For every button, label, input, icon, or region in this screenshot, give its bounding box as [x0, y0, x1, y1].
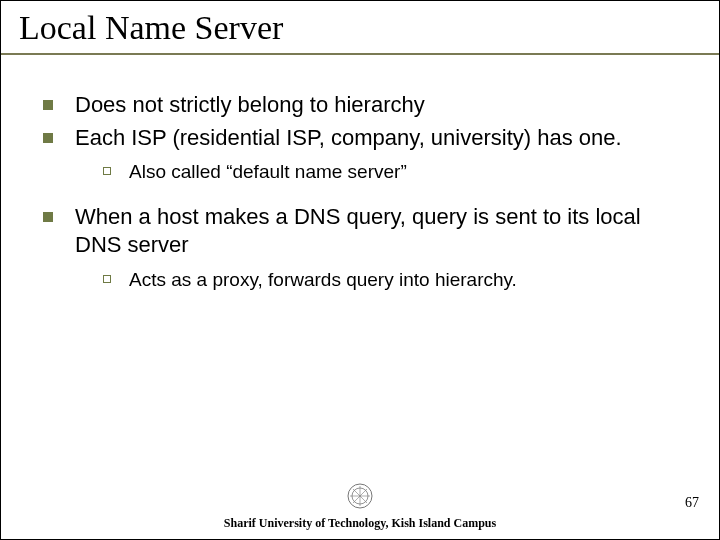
sub-bullet-text: Also called “default name server”: [129, 160, 407, 185]
bullet-text: Does not strictly belong to hierarchy: [75, 91, 425, 120]
bullet-item: Each ISP (residential ISP, company, univ…: [43, 124, 691, 153]
bullet-text: When a host makes a DNS query, query is …: [75, 203, 691, 260]
sub-bullet-text: Acts as a proxy, forwards query into hie…: [129, 268, 517, 293]
hollow-square-bullet-icon: [103, 275, 111, 283]
hollow-square-bullet-icon: [103, 167, 111, 175]
slide-footer: Sharif University of Technology, Kish Is…: [1, 482, 719, 531]
sub-bullet-item: Also called “default name server”: [103, 160, 691, 185]
slide-body: Does not strictly belong to hierarchy Ea…: [1, 55, 719, 293]
sub-bullet-list: Acts as a proxy, forwards query into hie…: [103, 268, 691, 293]
sub-bullet-list: Also called “default name server”: [103, 160, 691, 185]
bullet-text: Each ISP (residential ISP, company, univ…: [75, 124, 622, 153]
bullet-item: Does not strictly belong to hierarchy: [43, 91, 691, 120]
page-number: 67: [685, 495, 699, 511]
university-logo-icon: [346, 482, 374, 514]
square-bullet-icon: [43, 100, 53, 110]
title-bar: Local Name Server: [1, 1, 719, 55]
slide-title: Local Name Server: [19, 9, 705, 47]
sub-bullet-item: Acts as a proxy, forwards query into hie…: [103, 268, 691, 293]
bullet-item: When a host makes a DNS query, query is …: [43, 203, 691, 260]
square-bullet-icon: [43, 212, 53, 222]
square-bullet-icon: [43, 133, 53, 143]
footer-text: Sharif University of Technology, Kish Is…: [1, 516, 719, 531]
